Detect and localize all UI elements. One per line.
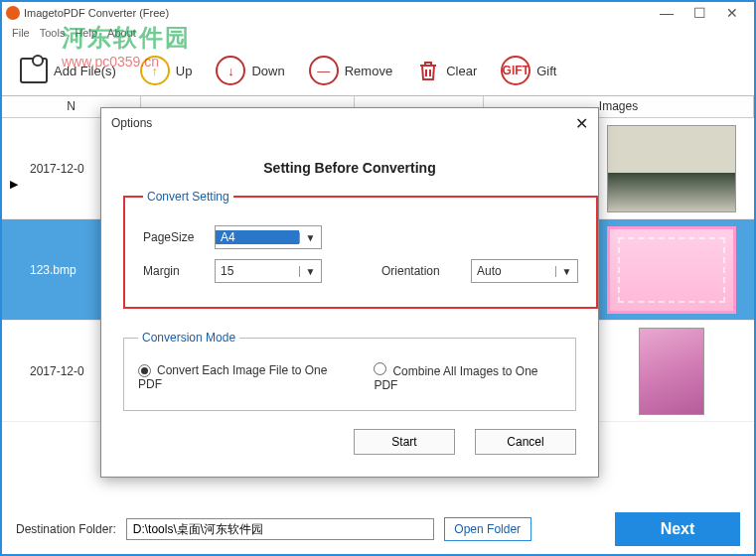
up-button[interactable]: ↑ Up: [140, 56, 193, 85]
app-icon: [6, 6, 20, 20]
pagesize-row: PageSize A4 ▼: [143, 225, 578, 249]
dialog-buttons: Start Cancel: [123, 429, 576, 455]
down-button[interactable]: ↓ Down: [216, 56, 284, 85]
mode-combine-label: Combine All Images to One PDF: [374, 364, 537, 392]
menu-about[interactable]: About: [107, 27, 136, 39]
chevron-down-icon: ▼: [299, 266, 321, 277]
pagesize-label: PageSize: [143, 230, 205, 244]
cancel-button[interactable]: Cancel: [475, 429, 576, 455]
destination-label: Destination Folder:: [16, 522, 116, 536]
conversion-mode-group: Conversion Mode Convert Each Image File …: [123, 331, 576, 411]
clear-label: Clear: [446, 64, 477, 78]
convert-setting-group: Convert Setting PageSize A4 ▼ Margin 15 …: [123, 190, 598, 309]
arrow-up-icon: ↑: [140, 56, 170, 85]
remove-button[interactable]: — Remove: [309, 56, 392, 85]
margin-value: 15: [216, 264, 299, 278]
gift-button[interactable]: GIFT Gift: [501, 56, 556, 85]
remove-label: Remove: [345, 64, 392, 78]
minimize-icon[interactable]: —: [660, 5, 674, 21]
dialog-close-icon[interactable]: ✕: [575, 114, 588, 133]
row-name: 123.bmp: [2, 263, 101, 277]
dialog-title: Options: [111, 116, 152, 130]
open-folder-button[interactable]: Open Folder: [444, 517, 531, 541]
titlebar: ImagetoPDF Converter (Free) — ☐ ✕: [2, 2, 754, 24]
pagesize-select[interactable]: A4 ▼: [215, 225, 322, 249]
mode-each-radio[interactable]: Convert Each Image File to One PDF: [138, 363, 350, 391]
orientation-value: Auto: [472, 264, 555, 278]
maximize-icon[interactable]: ☐: [693, 5, 706, 21]
dialog-titlebar: Options ✕: [101, 108, 598, 138]
conversion-mode-legend: Conversion Mode: [138, 331, 239, 345]
window-controls: — ☐ ✕: [660, 5, 750, 21]
footer: Destination Folder: Open Folder Next: [2, 504, 754, 554]
margin-select[interactable]: 15 ▼: [215, 259, 322, 283]
row-name: 2017-12-0: [2, 162, 101, 176]
margin-row: Margin 15 ▼ Orientation Auto ▼: [143, 259, 578, 283]
gift-label: Gift: [536, 64, 556, 78]
pagesize-value: A4: [216, 230, 299, 244]
add-files-label: Add File(s): [54, 64, 116, 78]
thumbnail: [607, 125, 736, 212]
menu-help[interactable]: Help: [75, 27, 97, 39]
chevron-down-icon: ▼: [555, 266, 577, 277]
dialog-heading: Setting Before Converting: [123, 160, 576, 176]
gift-icon: GIFT: [501, 56, 530, 85]
options-dialog: Options ✕ Setting Before Converting Conv…: [100, 107, 599, 478]
destination-input[interactable]: [126, 518, 434, 540]
convert-setting-legend: Convert Setting: [143, 190, 233, 204]
down-label: Down: [251, 64, 284, 78]
thumbnail: [639, 328, 704, 415]
margin-label: Margin: [143, 264, 205, 278]
thumbnail: [607, 226, 736, 314]
row-name: 2017-12-0: [2, 364, 101, 378]
dialog-body: Setting Before Converting Convert Settin…: [101, 138, 598, 465]
menu-tools[interactable]: Tools: [40, 27, 66, 39]
orientation-label: Orientation: [381, 264, 461, 278]
arrow-down-icon: ↓: [216, 56, 245, 85]
menu-file[interactable]: File: [12, 27, 30, 39]
next-button[interactable]: Next: [615, 512, 740, 546]
toolbar: Add File(s) ↑ Up ↓ Down — Remove Clear G…: [2, 42, 754, 95]
trash-icon: [416, 58, 440, 83]
clear-button[interactable]: Clear: [416, 58, 477, 83]
up-label: Up: [176, 64, 193, 78]
image-icon: [20, 58, 48, 83]
row-marker-icon: ▶: [10, 178, 18, 191]
add-files-button[interactable]: Add File(s): [20, 58, 116, 83]
minus-icon: —: [309, 56, 339, 85]
menubar: File Tools Help About: [2, 24, 754, 42]
close-icon[interactable]: ✕: [726, 5, 738, 21]
mode-each-label: Convert Each Image File to One PDF: [138, 363, 327, 391]
radio-icon: [374, 362, 386, 375]
orientation-select[interactable]: Auto ▼: [471, 259, 578, 283]
radio-icon: [138, 364, 151, 377]
mode-combine-radio[interactable]: Combine All Images to One PDF: [374, 362, 561, 392]
app-title: ImagetoPDF Converter (Free): [24, 7, 169, 19]
start-button[interactable]: Start: [354, 429, 455, 455]
mode-options: Convert Each Image File to One PDF Combi…: [138, 362, 561, 392]
chevron-down-icon: ▼: [299, 232, 321, 243]
